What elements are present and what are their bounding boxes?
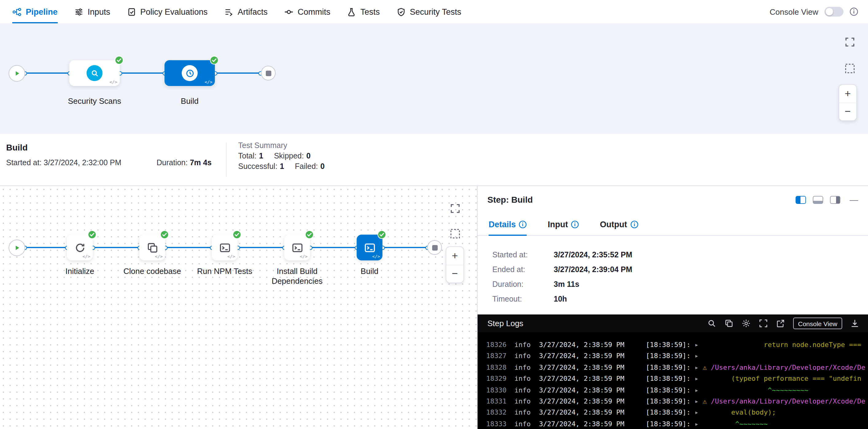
step-label-run-npm-tests: Run NPM Tests: [188, 267, 261, 276]
console-view-toggle[interactable]: [825, 7, 843, 17]
tests-icon: [347, 7, 356, 16]
duration-value: 7m 4s: [190, 158, 212, 167]
zoom-out-button[interactable]: −: [446, 265, 463, 282]
fullscreen-icon[interactable]: [842, 34, 857, 49]
zoom-out-button[interactable]: −: [839, 102, 856, 120]
log-content: [18:38:59]: ▸ return node.nodeType ===: [646, 340, 868, 351]
info-icon[interactable]: [849, 7, 858, 16]
zoom-in-button[interactable]: +: [839, 85, 856, 102]
log-inline-timestamp: [18:38:59]:: [646, 341, 691, 349]
log-line-number: 18329: [486, 373, 515, 385]
log-segment: eval(body);: [703, 409, 776, 417]
artifacts-icon: [224, 7, 233, 16]
expand-caret-icon[interactable]: ▸: [691, 352, 703, 360]
step-node-initialize[interactable]: </>: [67, 235, 93, 261]
connector-line: [238, 247, 284, 248]
log-inline-timestamp: [18:38:59]:: [646, 352, 691, 360]
detail-label: Timeout:: [492, 295, 554, 303]
layout-right-icon[interactable]: [830, 196, 840, 204]
total-label: Total:: [238, 152, 257, 160]
expand-caret-icon[interactable]: ▸: [691, 420, 703, 428]
tab-label-details: Details: [489, 220, 516, 229]
tab-label-commits: Commits: [298, 7, 331, 16]
end-node[interactable]: [427, 240, 442, 255]
step-node-clone-codebase[interactable]: </>: [140, 235, 165, 261]
log-content: [18:38:59]: ▸ ^~~~~~~~: [646, 419, 868, 429]
clone-icon: [146, 242, 158, 253]
pipeline-icon: [12, 7, 22, 16]
expand-caret-icon[interactable]: ▸: [691, 364, 703, 372]
tab-inputs[interactable]: Inputs: [74, 0, 111, 23]
layout-bottom-icon[interactable]: [813, 196, 823, 204]
log-content: [18:38:59]: ▸: [646, 351, 868, 362]
end-node[interactable]: [261, 66, 276, 81]
log-segment: /Users/anka/Library/Developer/Xcode/De: [711, 397, 865, 405]
step-logs-console[interactable]: 18326info3/27/2024, 2:38:59 PM[18:38:59]…: [477, 332, 868, 429]
log-timestamp: 3/27/2024, 2:38:59 PM: [539, 340, 646, 351]
skipped-label: Skipped:: [274, 152, 304, 160]
step-node-run-npm-tests[interactable]: </>: [212, 235, 238, 261]
zoom-in-button[interactable]: +: [446, 247, 463, 265]
warning-icon: ⚠: [703, 364, 711, 372]
download-logs-icon[interactable]: [850, 319, 859, 328]
fullscreen-icon[interactable]: [447, 201, 462, 216]
app-root: PipelineInputsPolicy EvaluationsArtifact…: [0, 0, 868, 429]
settings-gear-icon[interactable]: [742, 319, 751, 328]
log-inline-timestamp: [18:38:59]:: [646, 409, 691, 417]
stop-square-icon: [266, 70, 271, 76]
log-level: info: [515, 419, 539, 429]
tab-artifacts[interactable]: Artifacts: [224, 0, 268, 23]
tab-policy-evaluations[interactable]: Policy Evaluations: [127, 0, 208, 23]
detail-row-started-at: Started at:3/27/2024, 2:35:52 PM: [492, 247, 632, 262]
step-tab-output[interactable]: Output: [600, 213, 638, 235]
expand-caret-icon[interactable]: ▸: [691, 341, 703, 349]
log-line: 18333info3/27/2024, 2:38:59 PM[18:38:59]…: [486, 419, 868, 429]
log-line-number: 18328: [486, 362, 515, 374]
tab-security-tests[interactable]: Security Tests: [396, 0, 461, 23]
start-node[interactable]: [8, 239, 25, 256]
log-line: 18326info3/27/2024, 2:38:59 PM[18:38:59]…: [486, 340, 868, 351]
log-inline-timestamp: [18:38:59]:: [646, 364, 691, 372]
selection-tool-icon[interactable]: [842, 61, 857, 75]
logs-actions: Console View: [707, 317, 859, 329]
log-timestamp: 3/27/2024, 2:38:59 PM: [539, 351, 646, 362]
open-in-new-icon[interactable]: [776, 319, 785, 328]
selection-tool-icon[interactable]: [447, 226, 462, 241]
connector-line: [93, 247, 140, 248]
tab-commits[interactable]: Commits: [284, 0, 331, 23]
step-tab-details[interactable]: Details: [489, 213, 527, 235]
log-inline-timestamp: [18:38:59]:: [646, 397, 691, 405]
tab-pipeline[interactable]: Pipeline: [12, 0, 58, 23]
log-timestamp: 3/27/2024, 2:38:59 PM: [539, 419, 646, 429]
search-icon[interactable]: [707, 319, 716, 328]
nav-right: Console View: [770, 7, 868, 17]
step-node-install-build-dependencies[interactable]: </>: [284, 235, 310, 261]
connector-line: [25, 72, 69, 74]
expand-caret-icon[interactable]: ▸: [691, 386, 703, 394]
step-label-clone-codebase: Clone codebase: [115, 267, 189, 276]
start-node[interactable]: [8, 65, 25, 81]
expand-logs-icon[interactable]: [759, 319, 768, 328]
log-level: info: [515, 351, 539, 362]
tab-label-security-tests: Security Tests: [410, 7, 461, 16]
tab-tests[interactable]: Tests: [347, 0, 380, 23]
step-panel-tabs: DetailsInputOutput: [477, 213, 868, 236]
expand-caret-icon[interactable]: ▸: [691, 375, 703, 382]
step-tab-input[interactable]: Input: [548, 213, 579, 235]
test-summary-row-2: Successful:1 Failed:0: [238, 162, 325, 171]
detail-label: Duration:: [492, 280, 554, 289]
expand-caret-icon[interactable]: ▸: [691, 409, 703, 417]
log-timestamp: 3/27/2024, 2:38:59 PM: [539, 396, 646, 407]
stage-node-build[interactable]: </>: [164, 60, 215, 86]
layout-split-left-icon[interactable]: [796, 196, 806, 204]
stop-square-icon: [432, 245, 437, 250]
test-summary-heading: Test Summary: [238, 141, 325, 150]
expand-caret-icon[interactable]: ▸: [691, 397, 703, 405]
info-icon: [571, 220, 579, 228]
minimize-panel-icon[interactable]: —: [849, 196, 858, 204]
copy-icon[interactable]: [724, 319, 734, 328]
console-view-button[interactable]: Console View: [793, 317, 842, 329]
stage-node-security-scans[interactable]: </>: [69, 60, 120, 86]
detail-value: 10h: [554, 295, 567, 303]
step-node-build[interactable]: </>: [356, 235, 382, 261]
